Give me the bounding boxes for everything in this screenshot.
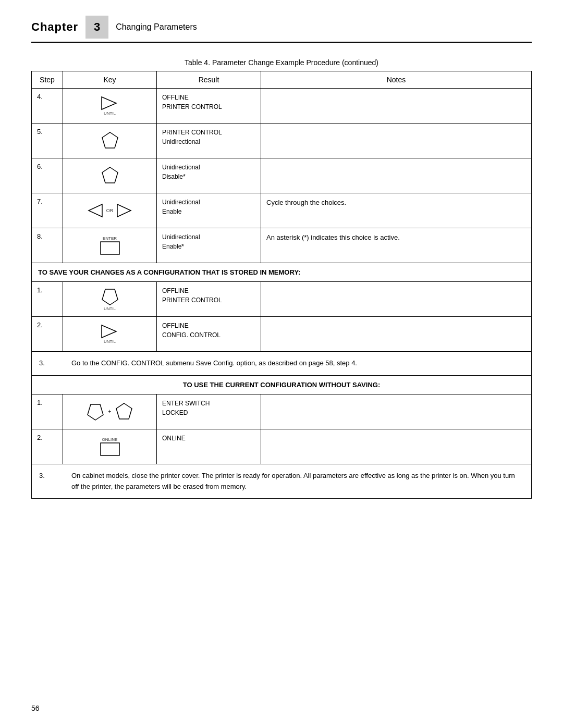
key-icon-wrapper-7: OR [68, 198, 151, 224]
header-key: Key [63, 71, 157, 89]
save-result-line1-2: OFFLINE [162, 321, 255, 330]
use-key-1: + [63, 394, 157, 429]
use-heading-row: TO USE THE CURRENT CONFIGURATION WITHOUT… [32, 375, 532, 394]
pentagon-down-icon-use [115, 402, 133, 421]
use-heading-cell: TO USE THE CURRENT CONFIGURATION WITHOUT… [32, 375, 532, 394]
notes-4 [261, 89, 532, 124]
table-row: 7. OR [32, 193, 532, 228]
use-step3-inner: 3. On cabinet models, close the printer … [38, 470, 525, 493]
result-box-4: OFFLINE PRINTER CONTROL [162, 93, 255, 112]
use-step-2: 2. [32, 429, 63, 464]
svg-rect-5 [101, 242, 119, 254]
use-key-icon-2: ONLINE [68, 434, 151, 460]
result-box-6: Unidirectional Disable* [162, 163, 255, 181]
use-result-box-2: ONLINE [162, 434, 255, 443]
notes-text-8: An asterisk (*) indicates this choice is… [266, 233, 400, 241]
result-box-5: PRINTER CONTROL Unidirectional [162, 128, 255, 146]
notes-8: An asterisk (*) indicates this choice is… [261, 228, 532, 263]
result-6: Unidirectional Disable* [157, 158, 261, 193]
enter-rect-svg [100, 241, 120, 255]
result-box-8: Unidirectional Enable* [162, 232, 255, 251]
result-line1-7: Unidirectional [162, 198, 255, 207]
save-result-line1-1: OFFLINE [162, 286, 255, 295]
svg-marker-8 [88, 404, 103, 420]
use-step-1: 1. [32, 394, 63, 429]
save-key-icon-2: UNTIL [68, 321, 151, 347]
svg-rect-10 [101, 443, 119, 455]
page: Chapter 3 Changing Parameters Table 4. P… [0, 0, 563, 728]
table-row: 2. ONLINE ONLINE [32, 429, 532, 464]
result-box-7: Unidirectional Enable [162, 198, 255, 216]
use-step3-num: 3. [39, 471, 70, 492]
pentagon-down-svg-use [115, 402, 133, 421]
save-key-label-1: UNTIL [104, 306, 116, 311]
step-5: 5. [32, 124, 63, 158]
result-line1-4: OFFLINE [162, 93, 255, 102]
arrow-right-svg-2 [101, 324, 119, 339]
page-number: 56 [31, 704, 40, 712]
svg-marker-6 [102, 289, 118, 305]
result-line2-8: Enable* [162, 242, 255, 251]
pentagon-down-svg-6 [101, 166, 119, 185]
key-cell-4: UNTIL [63, 89, 157, 124]
chapter-number: 3 [85, 16, 108, 39]
notes-5 [261, 124, 532, 158]
use-notes-2 [261, 429, 532, 464]
key-icon-wrapper-5 [68, 128, 151, 154]
save-key-icon-1: UNTIL [68, 286, 151, 312]
pentagon-up-svg-use [87, 402, 104, 421]
svg-marker-0 [102, 97, 116, 109]
use-step3-text: On cabinet models, close the printer cov… [71, 471, 524, 492]
svg-marker-7 [102, 325, 116, 338]
save-notes-1 [261, 282, 532, 317]
table-row: 6. Unidirectional Disable* [32, 158, 532, 193]
save-step-2: 2. [32, 317, 63, 352]
arrow-right-svg [101, 96, 119, 110]
result-line1-6: Unidirectional [162, 163, 255, 172]
table-caption: Table 4. Parameter Change Example Proced… [31, 58, 532, 67]
use-result-line2-1: LOCKED [162, 408, 255, 417]
chapter-title: Chapter [31, 20, 78, 34]
svg-marker-3 [89, 204, 102, 217]
use-result-box-1: ENTER SWITCH LOCKED [162, 399, 255, 417]
enter-label: ENTER [103, 236, 117, 241]
result-line2-7: Enable [162, 207, 255, 216]
save-result-2: OFFLINE CONFIG. CONTROL [157, 317, 261, 352]
key-cell-8: ENTER [63, 228, 157, 263]
save-result-line2-1: PRINTER CONTROL [162, 295, 255, 305]
step-8: 8. [32, 228, 63, 263]
main-table: Step Key Result Notes 4. UNTIL [31, 71, 532, 499]
save-key-label-2: UNTIL [104, 339, 116, 344]
result-line2-4: PRINTER CONTROL [162, 102, 255, 112]
use-notes-1 [261, 394, 532, 429]
table-row: 1. + [32, 394, 532, 429]
use-step3-row: 3. On cabinet models, close the printer … [32, 464, 532, 499]
chapter-header: Chapter 3 Changing Parameters [31, 16, 532, 43]
save-step3-cell: 3. Go to the CONFIG. CONTROL submenu Sav… [32, 352, 532, 376]
save-step3-inner: 3. Go to the CONFIG. CONTROL submenu Sav… [38, 357, 525, 370]
header-result: Result [157, 71, 261, 89]
result-5: PRINTER CONTROL Unidirectional [157, 124, 261, 158]
pentagon-down-icon-5 [101, 131, 119, 150]
pentagon-up-svg [101, 287, 119, 306]
key-icon-wrapper-4: UNTIL [68, 93, 151, 119]
key-icon-wrapper-6 [68, 163, 151, 189]
header-notes: Notes [261, 71, 532, 89]
result-4: OFFLINE PRINTER CONTROL [157, 89, 261, 124]
result-line1-5: PRINTER CONTROL [162, 128, 255, 137]
save-heading-row: TO SAVE YOUR CHANGES AS A CONFIGURATION … [32, 263, 532, 282]
use-result-2: ONLINE [157, 429, 261, 464]
result-line2-6: Disable* [162, 172, 255, 181]
use-result-line1-1: ENTER SWITCH [162, 399, 255, 408]
table-row: 5. PRINTER CONTROL Unidirectional [32, 124, 532, 158]
svg-marker-4 [117, 204, 131, 217]
chapter-subtitle: Changing Parameters [116, 22, 197, 32]
plus-text: + [108, 409, 112, 414]
save-result-box-2: OFFLINE CONFIG. CONTROL [162, 321, 255, 340]
table-row: 2. UNTIL OFFLINE CONFIG. CONT [32, 317, 532, 352]
use-heading-text: TO USE THE CURRENT CONFIGURATION WITHOUT… [183, 381, 380, 389]
key-cell-7: OR [63, 193, 157, 228]
pentagon-up-icon [87, 402, 104, 421]
or-label: OR [106, 208, 114, 213]
svg-marker-9 [116, 403, 132, 419]
